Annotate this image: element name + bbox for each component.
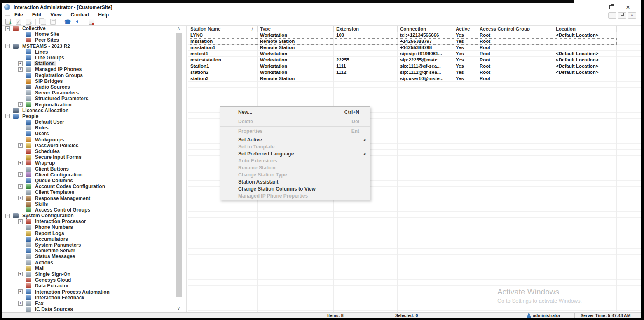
column-header-connection[interactable]: Connection (398, 26, 453, 32)
tree-expander-icon[interactable] (18, 184, 23, 189)
tree-item[interactable]: Registration Groups (2, 73, 186, 78)
menu-item[interactable]: View (50, 12, 61, 18)
tree-item[interactable]: Licenses Allocation (2, 108, 186, 113)
tree-expander-icon[interactable] (18, 61, 23, 66)
tree-item[interactable]: Regionalization (2, 101, 186, 107)
restore-button[interactable] (603, 4, 620, 11)
mdi-restore-button[interactable] (618, 12, 626, 19)
tree-item[interactable]: Skills (2, 201, 186, 207)
tree-item[interactable]: Sametime Server (2, 248, 186, 254)
tree-item[interactable]: Data Extractor (2, 283, 186, 289)
mdi-close-button[interactable]: × (628, 12, 636, 19)
toolbar-button[interactable] (73, 19, 82, 25)
tree-item[interactable]: Response Management (2, 195, 186, 201)
tree-item[interactable]: Audio Sources (2, 84, 186, 90)
context-menu-item[interactable]: Delete Del (220, 117, 370, 127)
tree-item[interactable]: Client Buttons (2, 166, 186, 172)
tree-item[interactable]: Peer Sites (2, 37, 186, 43)
tree-expander-icon[interactable] (5, 214, 10, 218)
tree-item[interactable]: Workgroups (2, 137, 186, 143)
tree-expander-icon[interactable] (18, 272, 23, 276)
tree-expander-icon[interactable] (18, 67, 23, 72)
column-header-station-name[interactable]: Station Name / (188, 26, 258, 32)
station-row[interactable]: LYNC Workstation 100 tel:+12134566666 Ye… (188, 32, 617, 38)
toolbar-button[interactable] (38, 19, 47, 25)
tree-expander-icon[interactable] (18, 102, 23, 107)
tree-item[interactable]: Queue Columns (2, 178, 186, 184)
column-header-active[interactable]: Active (453, 26, 477, 32)
context-menu-item[interactable]: Managed IP Phone Properties (220, 192, 370, 199)
column-header-access-control-group[interactable]: Access Control Group (477, 26, 553, 32)
tree-item[interactable]: Single Sign-On (2, 271, 186, 277)
tree-item[interactable]: People (2, 113, 186, 119)
scrollbar-thumb[interactable] (176, 33, 182, 297)
toolbar-button[interactable] (48, 19, 57, 25)
scroll-up-icon[interactable]: ∧ (175, 26, 182, 32)
menu-item[interactable]: Context (70, 12, 89, 18)
tree-item[interactable]: SIP Bridges (2, 78, 186, 84)
menu-item[interactable]: File (14, 12, 23, 18)
station-row[interactable]: msstation Remote Station +14255388797 Ye… (188, 38, 617, 45)
tree-item[interactable]: Accumulators (2, 236, 186, 242)
tree-item[interactable]: Actions (2, 260, 186, 266)
tree-item[interactable]: Fax (2, 301, 186, 306)
tree-item[interactable]: IC Data Sources (2, 306, 186, 312)
tree-item[interactable]: Status Messages (2, 254, 186, 259)
station-row[interactable]: station3 Remote Station sip:user10@mste.… (188, 75, 617, 82)
toolbar-button[interactable] (14, 19, 23, 25)
tree-item[interactable]: Server Parameters (2, 90, 186, 96)
tree-item[interactable]: Genesys Cloud (2, 277, 186, 283)
tree-item[interactable]: Stations (2, 61, 186, 66)
tree-expander-icon[interactable] (5, 26, 10, 31)
context-menu-item[interactable]: Auto Extensions (220, 157, 370, 164)
station-row[interactable]: Station1 Workstation 1111 sip:1111@qf-se… (188, 63, 617, 69)
tree-item[interactable]: Password Policies (2, 143, 186, 148)
tree-item[interactable]: Home Site (2, 31, 186, 37)
context-menu-item[interactable]: Set to Template (220, 143, 370, 150)
mdi-minimize-button[interactable]: – (608, 12, 616, 19)
menu-item[interactable]: Help (98, 12, 109, 18)
tree-item[interactable]: Structured Parameters (2, 96, 186, 101)
tree-item[interactable]: Client Configuration (2, 172, 186, 178)
tree-item[interactable]: Lines (2, 49, 186, 55)
tree-expander-icon[interactable] (18, 161, 23, 165)
tree-expander-icon[interactable] (18, 301, 23, 306)
tree-item[interactable]: Collective (2, 26, 186, 31)
context-menu-item[interactable]: Change Station Columns to View (220, 185, 370, 192)
tree-item[interactable]: Secure Input Forms (2, 154, 186, 160)
tree-item[interactable]: Roles (2, 125, 186, 131)
tree-item[interactable]: Default User (2, 119, 186, 125)
tree-item[interactable]: System Configuration (2, 213, 186, 219)
station-row[interactable]: msteststation Workstation 22255 sip:2225… (188, 57, 617, 63)
station-row[interactable]: mstest1 Workstation sip:sip:+9199081... … (188, 51, 617, 57)
station-row[interactable]: msstation1 Remote Station +14255388798 Y… (188, 45, 617, 51)
tree-item[interactable]: Interaction Processor (2, 219, 186, 224)
tree-item[interactable]: Account Codes Configuration (2, 184, 186, 189)
tree-item[interactable]: System Parameters (2, 242, 186, 248)
tree-item[interactable]: Line Groups (2, 55, 186, 61)
tree-item[interactable]: Wrap-up (2, 160, 186, 166)
toolbar-button[interactable] (62, 19, 71, 25)
tree-expander-icon[interactable] (5, 114, 10, 118)
tree-item[interactable]: Phone Numbers (2, 224, 186, 230)
tree-item[interactable]: Report Logs (2, 231, 186, 236)
tree-item[interactable]: Mail (2, 266, 186, 271)
context-menu-item[interactable]: New... Ctrl+N (220, 108, 370, 117)
tree-item[interactable]: Client Templates (2, 189, 186, 195)
menu-item[interactable]: Edit (32, 12, 42, 18)
tree-expander-icon[interactable] (5, 44, 10, 48)
column-header-type[interactable]: Type (258, 26, 334, 32)
tree-item[interactable]: Managed IP Phones (2, 66, 186, 72)
tree-scrollbar[interactable]: ∧ ∨ (175, 26, 182, 312)
context-menu-item[interactable]: Station Assistant (220, 178, 370, 185)
station-row[interactable]: station2 Workstation 1112 sip:1112@qf-se… (188, 69, 617, 75)
toolbar-button[interactable] (3, 19, 12, 25)
tree-expander-icon[interactable] (18, 143, 23, 148)
context-menu-item[interactable]: Set Preferred Language (220, 150, 370, 157)
toolbar-button[interactable] (87, 19, 96, 25)
context-menu-item[interactable]: Properties Ent (220, 127, 370, 136)
tree-item[interactable]: Access Control Groups (2, 207, 186, 213)
tree-item[interactable]: MSTEAMS - 2023 R2 (2, 43, 186, 49)
tree-item[interactable]: Interaction Process Automation (2, 289, 186, 294)
tree-item[interactable]: Users (2, 131, 186, 136)
